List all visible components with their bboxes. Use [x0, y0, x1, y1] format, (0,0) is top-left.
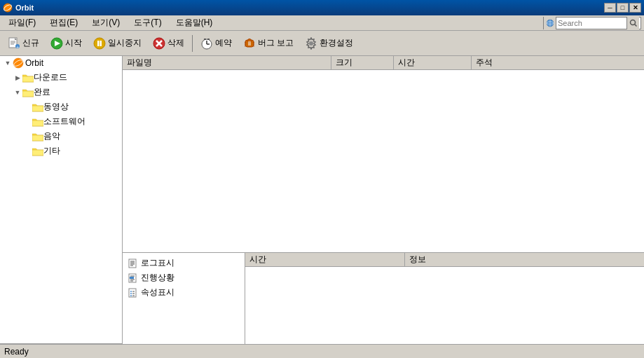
svg-point-39 — [309, 41, 313, 46]
file-list-area: 파일명 크기 시간 주석 — [123, 56, 644, 253]
title-bar: Orbit ─ □ ✕ — [0, 0, 644, 15]
search-globe-icon — [544, 17, 556, 29]
tree-item-orbit[interactable]: ▼ Orbit — [0, 56, 122, 70]
settings-icon — [305, 37, 317, 50]
main-area: ▼ Orbit ▶ 다운로드 ▼ 완료 — [0, 56, 644, 344]
bug-icon — [243, 37, 256, 50]
log-item-properties[interactable]: 속성표시 — [123, 285, 245, 300]
pause-button[interactable]: 일시중지 — [88, 34, 146, 53]
log-item-log[interactable]: 로그표시 — [123, 256, 245, 270]
delete-button[interactable]: 삭제 — [148, 34, 189, 53]
tree-label-complete: 완료 — [34, 86, 50, 98]
menu-view[interactable]: 보기(V) — [86, 15, 125, 30]
expander-video — [22, 102, 32, 112]
file-list-body — [123, 70, 644, 252]
search-input[interactable] — [556, 19, 626, 27]
delete-label: 삭제 — [167, 37, 184, 49]
tree-label-download: 다운로드 — [34, 71, 67, 83]
progress-label: 진행상황 — [141, 272, 174, 284]
svg-rect-48 — [130, 277, 134, 279]
svg-text:+: + — [16, 44, 19, 49]
new-icon: + — [8, 37, 20, 50]
settings-label: 환경설정 — [320, 37, 353, 49]
tree-item-software[interactable]: 소프트웨어 — [0, 114, 122, 129]
right-panel: 파일명 크기 시간 주석 — [123, 56, 644, 344]
start-button[interactable]: 시작 — [46, 34, 87, 53]
log-detail-panel: 시간 정보 — [245, 253, 644, 344]
expander-software — [22, 117, 32, 127]
svg-rect-26 — [204, 39, 206, 40]
schedule-icon — [200, 37, 213, 50]
settings-button[interactable]: 환경설정 — [300, 34, 358, 53]
tree-label-other: 기타 — [43, 145, 60, 157]
folder-music-icon — [32, 132, 43, 142]
tree-panel: ▼ Orbit ▶ 다운로드 ▼ 완료 — [0, 56, 123, 344]
delete-icon — [153, 37, 165, 50]
menu-bar: 파일(F) 편집(E) 보기(V) 도구(T) 도움말(H) — [0, 15, 644, 31]
svg-line-7 — [634, 24, 636, 26]
log-col-info: 정보 — [405, 253, 644, 266]
app-title: Orbit — [15, 4, 34, 12]
schedule-label: 예약 — [215, 37, 232, 49]
log-icon — [128, 259, 138, 268]
properties-label: 속성표시 — [141, 287, 174, 298]
pause-label: 일시중지 — [108, 37, 142, 49]
tree-label-video: 동영상 — [43, 101, 69, 113]
menu-file[interactable]: 파일(F) — [3, 15, 41, 30]
search-button[interactable] — [626, 17, 639, 29]
status-bar: Ready — [0, 344, 644, 358]
expander-complete: ▼ — [13, 88, 22, 97]
maximize-button[interactable]: □ — [617, 3, 629, 13]
col-time: 시간 — [394, 56, 472, 69]
menu-edit[interactable]: 편집(E) — [44, 15, 83, 30]
svg-point-55 — [130, 293, 132, 294]
col-size: 크기 — [331, 56, 394, 69]
menu-tools[interactable]: 도구(T) — [128, 15, 167, 30]
expander-music — [22, 132, 32, 142]
start-label: 시작 — [65, 37, 82, 49]
menu-help[interactable]: 도움말(H) — [170, 15, 219, 30]
svg-rect-42 — [129, 259, 136, 268]
tree-label-music: 음악 — [43, 130, 60, 142]
svg-point-6 — [630, 20, 635, 25]
expander-orbit: ▼ — [3, 58, 13, 68]
schedule-button[interactable]: 예약 — [196, 34, 237, 53]
bug-report-label: 버그 보고 — [258, 37, 294, 49]
close-button[interactable]: ✕ — [629, 3, 641, 13]
new-label: 신규 — [22, 37, 39, 49]
log-col-time: 시간 — [245, 253, 405, 266]
tree-label-software: 소프트웨어 — [43, 116, 85, 128]
folder-complete-icon — [22, 88, 34, 97]
title-buttons: ─ □ ✕ — [604, 3, 641, 13]
search-container — [543, 17, 641, 29]
status-text: Ready — [4, 347, 29, 357]
svg-rect-19 — [100, 41, 102, 46]
app-icon — [3, 3, 13, 13]
folder-other-icon — [32, 146, 43, 156]
svg-rect-18 — [97, 41, 100, 46]
expander-download: ▶ — [13, 73, 22, 83]
bottom-panel: 로그표시 진행상황 — [123, 253, 644, 344]
expander-other — [22, 146, 32, 156]
tree-item-complete[interactable]: ▼ 완료 — [0, 85, 122, 99]
properties-icon — [128, 288, 138, 298]
toolbar: + 신규 시작 일시중지 — [0, 31, 644, 56]
log-detail-header: 시간 정보 — [245, 253, 644, 267]
tree-item-video[interactable]: 동영상 — [0, 99, 122, 114]
play-icon — [50, 37, 63, 50]
folder-download-icon — [22, 73, 34, 83]
tree-item-other[interactable]: 기타 — [0, 144, 122, 158]
tree-item-music[interactable]: 음악 — [0, 129, 122, 144]
svg-point-53 — [130, 291, 132, 292]
minimize-button[interactable]: ─ — [604, 3, 616, 13]
log-item-progress[interactable]: 진행상황 — [123, 270, 245, 285]
pause-icon — [93, 37, 106, 50]
svg-rect-27 — [207, 39, 210, 40]
bug-report-button[interactable]: 버그 보고 — [238, 34, 299, 53]
folder-software-icon — [32, 117, 43, 127]
orbit-root-icon — [13, 57, 24, 69]
new-button[interactable]: + 신규 — [3, 34, 44, 53]
folder-video-icon — [32, 102, 43, 112]
col-filename: 파일명 — [123, 56, 331, 69]
tree-item-download[interactable]: ▶ 다운로드 — [0, 70, 122, 85]
